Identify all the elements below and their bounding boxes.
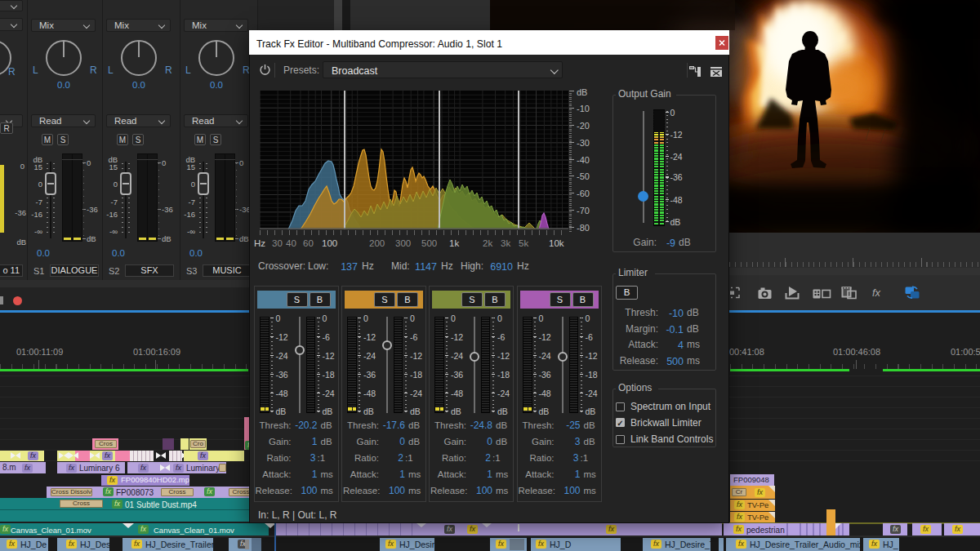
svg-text:fx: fx [872,287,881,299]
